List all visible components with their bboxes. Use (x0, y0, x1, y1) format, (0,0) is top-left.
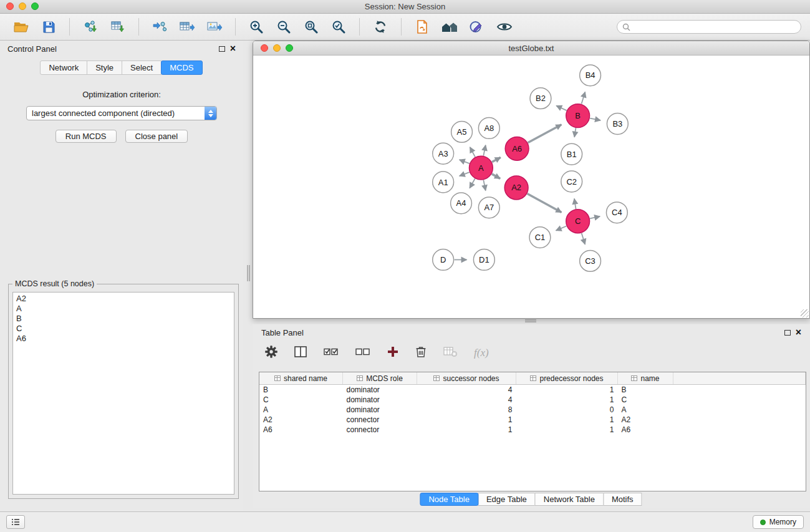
table-row[interactable]: Bdominator41B (259, 385, 806, 395)
criterion-dropdown[interactable]: largest connected component (directed) (26, 106, 217, 120)
graph-node[interactable]: A7 (478, 197, 499, 218)
graph-edge[interactable] (470, 179, 475, 188)
table-settings-button[interactable] (265, 346, 277, 360)
splitter-grip-vertical[interactable] (247, 265, 250, 281)
graph-node[interactable]: A4 (451, 193, 472, 214)
zoom-in-button[interactable] (244, 16, 269, 37)
zoom-selected-button[interactable] (326, 16, 351, 37)
graph-edge[interactable] (556, 105, 566, 110)
graph-edge[interactable] (574, 128, 576, 137)
annotation-mode-button[interactable] (465, 16, 489, 37)
close-panel-button[interactable]: Close panel (125, 130, 188, 143)
copy-view-button[interactable] (410, 16, 435, 37)
tab-node-table[interactable]: Node Table (420, 493, 478, 506)
graph-node[interactable]: B1 (561, 143, 582, 165)
float-table-panel-icon[interactable] (784, 330, 791, 336)
tab-network-table[interactable]: Network Table (535, 493, 604, 506)
list-item[interactable]: B (16, 314, 231, 324)
graph-edge[interactable] (574, 199, 576, 209)
tab-edge-table[interactable]: Edge Table (478, 493, 536, 506)
graph-node[interactable]: A5 (451, 121, 473, 142)
column-header[interactable]: shared name (259, 372, 343, 385)
search-input[interactable] (634, 22, 796, 32)
graph-node[interactable]: A6 (505, 137, 529, 160)
show-hide-details-button[interactable] (492, 16, 517, 37)
network-canvas[interactable]: B4B2BB3A5A8A6A3B1AC2A1A2A4A7C4CC1DD1C3 (253, 56, 809, 318)
column-header[interactable]: successor nodes (417, 372, 516, 385)
task-history-button[interactable] (6, 515, 25, 529)
graph-node[interactable]: B4 (580, 65, 601, 86)
import-table-button[interactable] (105, 16, 130, 37)
graph-node[interactable]: D (433, 249, 454, 271)
export-network-button[interactable] (147, 16, 172, 37)
tab-motifs[interactable]: Motifs (603, 493, 642, 506)
list-item[interactable]: C (16, 324, 231, 334)
graph-edge[interactable] (483, 180, 485, 191)
function-builder-button[interactable]: f(x) (474, 347, 489, 359)
close-panel-icon[interactable]: × (230, 45, 236, 52)
tab-style[interactable]: Style (87, 60, 122, 75)
memory-button[interactable]: Memory (753, 515, 804, 529)
splitter-grip-horizontal[interactable] (525, 319, 536, 322)
graph-node[interactable]: A3 (433, 143, 454, 164)
graph-node[interactable]: B2 (530, 88, 551, 109)
network-window-titlebar[interactable]: testGlobe.txt (253, 41, 809, 56)
graph-edge[interactable] (460, 172, 470, 176)
resize-grip-icon[interactable] (801, 309, 809, 317)
column-layout-button[interactable] (294, 346, 307, 360)
open-session-button[interactable] (9, 16, 34, 37)
graph-node[interactable]: B3 (607, 114, 628, 135)
zoom-fit-button[interactable] (299, 16, 324, 37)
add-column-button[interactable] (387, 346, 398, 360)
graph-edge[interactable] (492, 174, 500, 178)
graph-node[interactable]: C4 (606, 202, 627, 223)
graph-edge[interactable] (590, 118, 600, 120)
import-network-button[interactable] (78, 16, 103, 37)
graph-node[interactable]: A8 (478, 118, 499, 139)
delete-table-button[interactable] (443, 346, 457, 360)
graph-node[interactable]: A1 (433, 172, 454, 193)
table-row[interactable]: Cdominator41C (259, 395, 806, 405)
mcds-result-list[interactable]: A2ABCA6 (12, 292, 234, 495)
column-header[interactable]: predecessor nodes (516, 372, 618, 385)
list-item[interactable]: A2 (16, 294, 231, 304)
tab-mcds[interactable]: MCDS (161, 60, 202, 75)
graph-edge[interactable] (470, 147, 475, 157)
zoom-out-button[interactable] (271, 16, 296, 37)
tab-network[interactable]: Network (40, 60, 87, 75)
graph-node[interactable]: C1 (529, 227, 551, 248)
graph-edge[interactable] (528, 194, 562, 213)
column-header[interactable]: MCDS role (343, 372, 417, 385)
graph-edge[interactable] (590, 216, 600, 219)
graph-node[interactable]: B (566, 104, 590, 128)
graph-edge[interactable] (581, 92, 585, 104)
save-session-button[interactable] (36, 16, 61, 37)
graph-node[interactable]: D1 (473, 249, 494, 271)
list-item[interactable]: A (16, 304, 231, 314)
home-views-button[interactable] (437, 16, 462, 37)
graph-node[interactable]: C3 (580, 251, 601, 272)
export-table-button[interactable] (175, 16, 200, 37)
table-row[interactable]: Adominator80A (259, 405, 806, 415)
graph-edge[interactable] (483, 145, 485, 156)
graph-edge[interactable] (460, 160, 470, 163)
graph-edge[interactable] (492, 157, 501, 162)
export-image-button[interactable] (202, 16, 227, 37)
graph-node[interactable]: C (566, 210, 590, 233)
tab-select[interactable]: Select (122, 60, 162, 75)
graph-edge[interactable] (582, 233, 586, 244)
table-row[interactable]: A6connector11A6 (259, 425, 806, 435)
table-row[interactable]: A2connector11A2 (259, 415, 806, 425)
run-mcds-button[interactable]: Run MCDS (55, 130, 117, 143)
column-header[interactable]: name (618, 372, 673, 385)
graph-node[interactable]: A2 (504, 176, 528, 200)
list-item[interactable]: A6 (16, 334, 231, 344)
float-panel-icon[interactable] (219, 46, 225, 52)
graph-node[interactable]: A (469, 156, 493, 180)
graph-edge[interactable] (528, 125, 562, 143)
graph-edge[interactable] (556, 226, 567, 231)
graph-node[interactable]: C2 (561, 171, 582, 192)
close-table-panel-icon[interactable]: × (796, 329, 801, 336)
refresh-layout-button[interactable] (368, 16, 393, 37)
deselect-all-button[interactable] (355, 347, 370, 359)
